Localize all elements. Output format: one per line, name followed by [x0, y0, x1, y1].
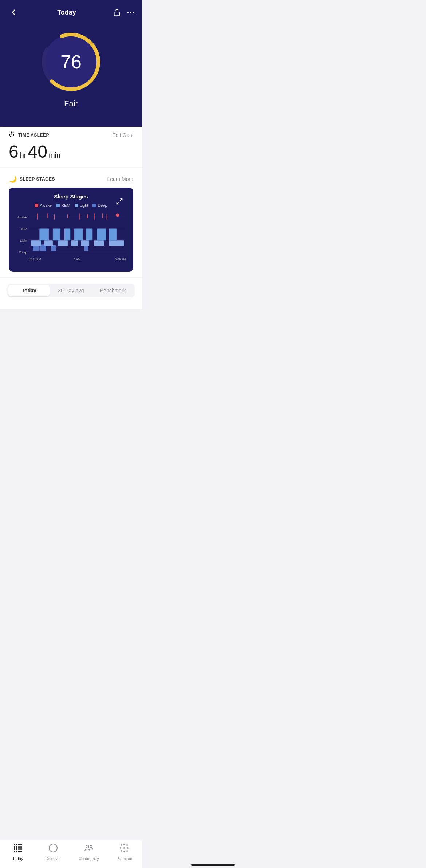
svg-text:12:41 AM: 12:41 AM [28, 258, 41, 261]
svg-rect-23 [58, 240, 68, 246]
legend-awake: Awake [35, 203, 52, 208]
time-asleep-value: 6 hr 40 min [9, 142, 133, 162]
sleep-stages-section: 🌙 SLEEP STAGES Learn More Sleep Stages [0, 168, 142, 278]
legend-deep: Deep [92, 203, 107, 208]
legend-rem-label: REM [61, 203, 70, 208]
hr-label: hr [20, 151, 27, 159]
svg-line-7 [120, 199, 122, 201]
moon-icon: 🌙 [9, 175, 17, 183]
svg-point-44 [116, 213, 119, 217]
chart-svg-wrapper: Awake REM Light Deep [15, 211, 127, 266]
nav-actions [113, 8, 135, 16]
sleep-stages-title: SLEEP STAGES [20, 177, 55, 182]
svg-line-8 [117, 202, 119, 204]
svg-point-3 [133, 12, 134, 13]
svg-rect-21 [31, 240, 41, 246]
back-button[interactable] [7, 6, 20, 19]
more-button[interactable] [127, 11, 135, 14]
legend-awake-label: Awake [40, 203, 52, 208]
period-tabs: Today 30 Day Avg Benchmark [7, 284, 135, 297]
svg-rect-24 [71, 240, 78, 246]
tab-today[interactable]: Today [8, 285, 50, 296]
sleep-stages-chart: Sleep Stages Awake REM [9, 188, 133, 272]
time-asleep-section: ⏱ TIME ASLEEP Edit Goal 6 hr 40 min [0, 124, 142, 168]
svg-rect-27 [109, 240, 124, 246]
clock-icon: ⏱ [9, 131, 15, 139]
svg-text:REM: REM [20, 227, 27, 231]
svg-point-1 [127, 12, 129, 13]
svg-rect-28 [39, 228, 49, 240]
score-number: 76 [60, 51, 82, 72]
svg-rect-25 [81, 240, 89, 246]
chart-title: Sleep Stages [15, 193, 127, 200]
legend-deep-label: Deep [98, 203, 107, 208]
svg-text:Light: Light [20, 239, 27, 242]
svg-text:Deep: Deep [19, 250, 27, 254]
score-container: 76 Fair [0, 22, 142, 112]
svg-rect-29 [53, 228, 60, 240]
score-value-container: 76 [60, 52, 82, 71]
hours-value: 6 [9, 142, 19, 162]
svg-rect-32 [86, 228, 92, 240]
hero-section: Today [0, 0, 142, 127]
svg-rect-17 [33, 246, 39, 251]
sleep-stages-title-row: 🌙 SLEEP STAGES [9, 175, 55, 183]
share-button[interactable] [113, 8, 121, 16]
svg-rect-26 [94, 240, 104, 246]
sleep-stages-header: 🌙 SLEEP STAGES Learn More [9, 175, 133, 183]
main-content: ⏱ TIME ASLEEP Edit Goal 6 hr 40 min 🌙 SL… [0, 124, 142, 309]
svg-rect-34 [109, 228, 117, 240]
svg-text:8:09 AM: 8:09 AM [115, 258, 126, 261]
svg-text:Awake: Awake [17, 216, 27, 219]
svg-rect-20 [84, 246, 88, 251]
svg-rect-33 [97, 228, 106, 240]
chart-legend: Awake REM Light Deep [15, 203, 127, 208]
legend-light-label: Light [80, 203, 88, 208]
time-asleep-header: ⏱ TIME ASLEEP Edit Goal [9, 131, 133, 139]
time-asleep-title-row: ⏱ TIME ASLEEP [9, 131, 49, 139]
svg-rect-30 [64, 228, 70, 240]
svg-text:5 AM: 5 AM [74, 258, 80, 261]
tabs-section: Today 30 Day Avg Benchmark [0, 278, 142, 302]
chart-title-row: Sleep Stages [15, 193, 127, 200]
score-ring: 76 [38, 29, 104, 95]
svg-point-2 [130, 12, 131, 13]
legend-rem: REM [56, 203, 70, 208]
svg-rect-22 [44, 240, 53, 246]
minutes-value: 40 [28, 142, 47, 162]
time-asleep-title: TIME ASLEEP [18, 133, 49, 138]
score-quality-label: Fair [64, 99, 78, 108]
tab-benchmark[interactable]: Benchmark [92, 285, 134, 296]
tab-30day[interactable]: 30 Day Avg [50, 285, 91, 296]
legend-light: Light [75, 203, 88, 208]
svg-rect-19 [51, 245, 56, 251]
svg-rect-31 [74, 228, 83, 240]
page-title: Today [57, 9, 76, 16]
min-label: min [49, 151, 60, 159]
edit-goal-link[interactable]: Edit Goal [112, 132, 133, 138]
learn-more-link[interactable]: Learn More [107, 176, 133, 182]
expand-button[interactable] [116, 198, 123, 207]
nav-bar: Today [0, 0, 142, 22]
